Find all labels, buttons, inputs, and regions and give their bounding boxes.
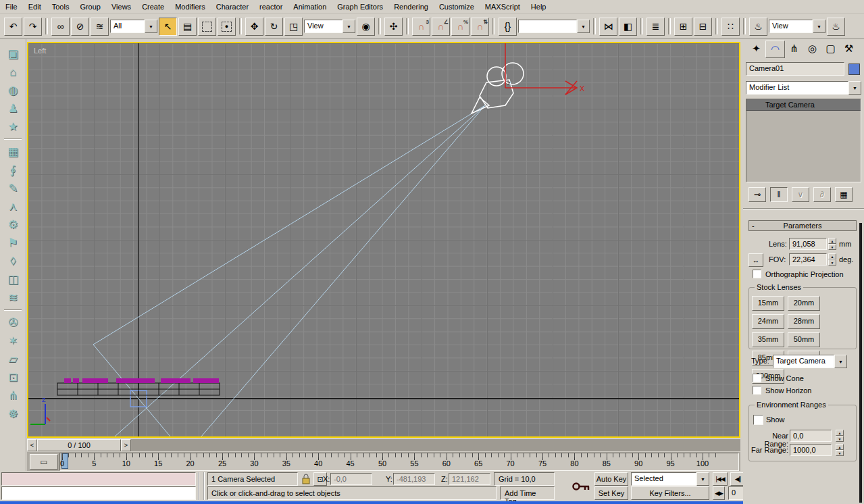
fov-spinner[interactable]: ▲▼ xyxy=(828,253,836,266)
tab-create[interactable]: ✦ xyxy=(747,41,765,57)
unlink-selection-icon[interactable]: ⊘ xyxy=(71,18,89,36)
stock-lens-35mm[interactable]: 35mm xyxy=(752,332,784,347)
configure-modifier-sets-button[interactable]: ▦ xyxy=(835,187,853,202)
lights-icon[interactable]: ♟ xyxy=(3,99,23,118)
selection-lock-icon[interactable] xyxy=(301,474,311,486)
select-and-link-icon[interactable]: ∞ xyxy=(51,18,70,36)
x-coord-field[interactable]: -0,0 xyxy=(330,473,372,485)
camera-type-dropdown[interactable]: Target Camera ▼ xyxy=(773,355,847,368)
key-filters-button[interactable]: Key Filters... xyxy=(631,486,709,500)
select-and-manipulate-icon[interactable]: ✣ xyxy=(384,18,403,36)
menu-reactor[interactable]: reactor xyxy=(254,0,288,14)
z-coord-field[interactable]: 121,162 xyxy=(449,473,490,485)
viewport-left[interactable]: X Z Z Left xyxy=(27,42,740,438)
selection-filter-dropdown[interactable]: All▼ xyxy=(110,20,157,33)
menu-edit[interactable]: Edit xyxy=(23,0,47,14)
chevron-down-icon[interactable]: ▼ xyxy=(577,20,590,33)
gear-icon[interactable]: ⚙ xyxy=(3,216,23,234)
redo-icon[interactable]: ↷ xyxy=(24,18,42,36)
wheel-icon[interactable]: ☸ xyxy=(3,405,23,423)
stack-item-target-camera[interactable]: Target Camera xyxy=(746,99,861,111)
scene-boxes[interactable] xyxy=(57,378,220,395)
weather-vane-icon[interactable]: ⚑ xyxy=(3,234,23,252)
named-selection-sets-icon[interactable]: {} xyxy=(499,18,517,36)
trackbar-ruler[interactable]: 0510152025303540455055606570758085909510… xyxy=(59,453,739,471)
time-slider-thumb[interactable]: 0 / 100 xyxy=(37,439,121,451)
show-cone-checkbox[interactable] xyxy=(753,374,761,382)
chevron-down-icon[interactable]: ▼ xyxy=(813,20,825,33)
transform-gizmo[interactable] xyxy=(505,43,577,95)
parameters-rollout-header[interactable]: - Parameters xyxy=(748,220,857,231)
percent-snap-toggle-icon[interactable]: ∩% xyxy=(451,18,469,36)
render-type-dropdown[interactable]: View▼ xyxy=(769,20,825,33)
object-name-field[interactable]: Camera01 xyxy=(746,62,844,76)
maxscript-input-field[interactable] xyxy=(1,486,196,500)
show-horizon-checkbox[interactable] xyxy=(753,386,761,395)
select-and-rotate-icon[interactable]: ↻ xyxy=(265,18,283,36)
select-and-move-icon[interactable]: ✥ xyxy=(245,18,263,36)
modifier-list-dropdown[interactable]: Modifier List ▼ xyxy=(746,81,861,95)
quick-render-icon[interactable]: ♨ xyxy=(827,18,845,36)
add-time-tag[interactable]: Add Time Tag xyxy=(500,486,555,500)
named-selection-dropdown[interactable]: ▼ xyxy=(518,20,590,33)
compounds-icon[interactable]: ◍ xyxy=(3,81,23,99)
chevron-down-icon[interactable]: ▼ xyxy=(848,81,861,95)
menu-tools[interactable]: Tools xyxy=(47,0,75,14)
time-slider-prev-button[interactable]: < xyxy=(27,439,37,451)
menu-rendering[interactable]: Rendering xyxy=(388,0,434,14)
select-by-name-icon[interactable]: ▤ xyxy=(178,18,197,36)
align-icon[interactable]: ◧ xyxy=(619,18,637,36)
shapes-pen-icon[interactable]: ✎ xyxy=(3,179,23,197)
pin-stack-button[interactable]: ⊸ xyxy=(748,187,766,202)
material-editor-icon[interactable]: ∷ xyxy=(721,18,740,36)
spinner-snap-toggle-icon[interactable]: ∩⇅ xyxy=(471,18,489,36)
lens-spinner[interactable]: ▲▼ xyxy=(828,238,836,250)
snaps-toggle-icon[interactable]: ∩3 xyxy=(412,18,430,36)
menu-modifiers[interactable]: Modifiers xyxy=(170,0,211,14)
chevron-down-icon[interactable]: ▼ xyxy=(834,355,847,368)
knot-icon[interactable]: ✇ xyxy=(3,313,23,332)
menu-file[interactable]: File xyxy=(0,0,23,14)
menu-group[interactable]: Group xyxy=(74,0,106,14)
rectangular-selection-region-icon[interactable] xyxy=(198,18,216,36)
menu-create[interactable]: Create xyxy=(136,0,170,14)
stock-lens-50mm[interactable]: 50mm xyxy=(788,332,820,347)
chevron-down-icon[interactable]: ▼ xyxy=(342,20,355,33)
viewport-label[interactable]: Left xyxy=(34,47,46,55)
tab-modify[interactable]: ◠ xyxy=(765,41,785,58)
tab-utilities[interactable]: ⚒ xyxy=(840,41,858,57)
joint-icon[interactable]: ⋏ xyxy=(3,197,23,216)
ik-stand-icon[interactable]: ⋔ xyxy=(3,386,23,405)
shapes-icon[interactable]: ⌂ xyxy=(3,63,23,81)
menu-maxscript[interactable]: MAXScript xyxy=(480,0,526,14)
magenta-objects[interactable] xyxy=(64,378,219,383)
mirror-icon[interactable]: ⋈ xyxy=(599,18,617,36)
key-mode-dropdown[interactable]: Selected ▼ xyxy=(631,472,709,486)
object-color-swatch[interactable] xyxy=(848,64,860,75)
menu-animation[interactable]: Animation xyxy=(288,0,332,14)
menu-character[interactable]: Character xyxy=(211,0,254,14)
stock-lens-24mm[interactable]: 24mm xyxy=(752,314,784,329)
menu-views[interactable]: Views xyxy=(106,0,136,14)
chevron-down-icon[interactable]: ▼ xyxy=(145,20,157,33)
menu-help[interactable]: Help xyxy=(526,0,552,14)
helpers-icon[interactable]: ∮ xyxy=(3,161,23,179)
door-icon[interactable]: ◫ xyxy=(3,270,23,288)
far-range-field[interactable]: 1000,0 xyxy=(790,444,832,456)
bind-to-space-warp-icon[interactable]: ≋ xyxy=(91,18,109,36)
env-show-checkbox[interactable] xyxy=(753,415,763,425)
time-slider-next-button[interactable]: > xyxy=(121,439,131,451)
primitives-icon[interactable]: ▣ xyxy=(3,45,23,63)
go-to-start-button[interactable]: |◀◀ xyxy=(713,472,728,486)
stock-lens-28mm[interactable]: 28mm xyxy=(788,314,820,329)
modifier-stack[interactable]: Target Camera xyxy=(746,99,861,182)
particles-icon[interactable]: ▦ xyxy=(3,143,23,161)
far-range-spinner[interactable]: ▲▼ xyxy=(836,444,844,456)
tab-motion[interactable]: ◎ xyxy=(803,41,821,57)
cameras-icon[interactable]: ★ xyxy=(3,118,23,136)
window-crossing-icon[interactable]: ● xyxy=(218,18,236,36)
set-keys-key-icon[interactable] xyxy=(571,472,591,500)
y-coord-field[interactable]: -481,193 xyxy=(393,473,435,485)
vehicle-icon[interactable]: ◊ xyxy=(3,252,23,270)
select-object-icon[interactable]: ↖ xyxy=(159,18,177,36)
